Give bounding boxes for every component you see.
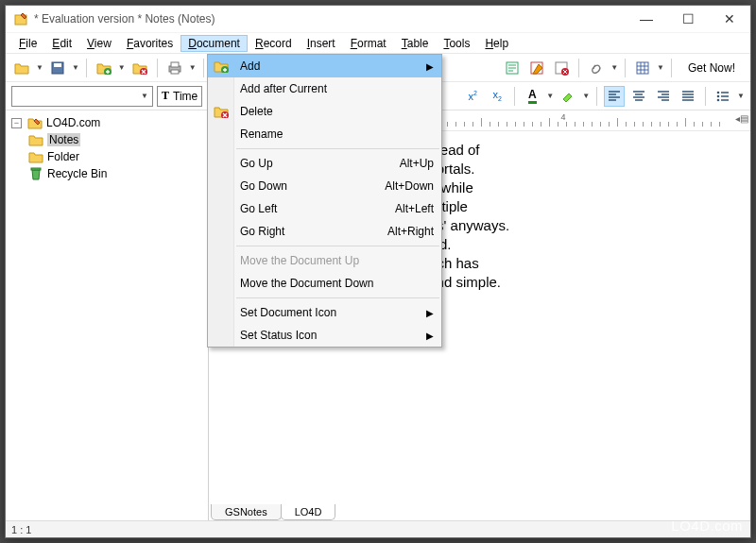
menu-item-go-down[interactable]: Go DownAlt+Down [208, 175, 441, 197]
collapse-icon[interactable]: − [11, 118, 22, 128]
note-icon [28, 132, 43, 147]
dropdown-arrow-icon[interactable]: ▼ [737, 92, 745, 100]
menu-tools[interactable]: Tools [436, 35, 477, 52]
tree-item-notes[interactable]: Notes [8, 131, 206, 148]
attach-icon[interactable] [586, 58, 607, 78]
menu-separator [236, 297, 439, 298]
shortcut: Alt+Right [387, 225, 434, 238]
dropdown-arrow-icon[interactable]: ▼ [189, 63, 197, 72]
maximize-button[interactable]: ☐ [667, 6, 709, 32]
tree-item-folder[interactable]: Folder [8, 148, 206, 165]
add-icon [213, 58, 230, 75]
save-icon[interactable] [47, 58, 68, 78]
align-center-icon[interactable] [628, 86, 649, 107]
document-menu-popup: Add▶Add after CurrentDeleteRenameGo UpAl… [207, 54, 442, 348]
svg-rect-12 [637, 62, 648, 74]
minimize-button[interactable]: ― [626, 6, 667, 32]
delete-icon [213, 103, 230, 120]
font-color-icon[interactable]: A [522, 86, 542, 107]
root-icon [27, 115, 43, 130]
menu-item-rename[interactable]: Rename [208, 123, 441, 145]
menu-table[interactable]: Table [394, 35, 437, 52]
statusbar: 1 : 1 [6, 520, 750, 537]
menu-item-delete[interactable]: Delete [208, 100, 441, 123]
folder-icon [28, 149, 43, 164]
tab-lo4d[interactable]: LO4D [281, 504, 336, 520]
dropdown-arrow-icon[interactable]: ▼ [118, 63, 126, 72]
svg-point-15 [717, 98, 720, 101]
dropdown-arrow-icon[interactable]: ▼ [36, 63, 43, 72]
window-title: * Evaluation version * Notes (Notes) [34, 12, 626, 25]
document-tabs: GSNotesLO4D [211, 501, 335, 520]
dropdown-arrow-icon[interactable]: ▼ [582, 92, 590, 100]
table-icon[interactable] [632, 58, 653, 78]
open-icon[interactable] [11, 58, 32, 78]
form-delete-icon[interactable] [551, 58, 572, 78]
align-left-icon[interactable] [604, 86, 625, 107]
svg-rect-7 [171, 70, 179, 74]
subscript-icon[interactable]: x2 [487, 86, 507, 107]
menu-document[interactable]: Document [180, 35, 248, 52]
svg-rect-2 [54, 63, 61, 67]
close-button[interactable]: ✕ [709, 6, 750, 32]
watermark: LO4D.com [671, 518, 743, 534]
dropdown-arrow-icon[interactable]: ▼ [610, 63, 618, 72]
menu-record[interactable]: Record [248, 35, 300, 52]
tree-item-recycle-bin[interactable]: Recycle Bin [8, 165, 206, 182]
shortcut: Alt+Down [385, 179, 434, 193]
menu-item-add-after-current[interactable]: Add after Current [208, 77, 441, 100]
folder-delete-icon[interactable] [129, 58, 150, 78]
style-combo[interactable]: ▼ [11, 86, 153, 107]
svg-point-14 [717, 94, 720, 97]
menu-help[interactable]: Help [477, 35, 516, 52]
app-icon [13, 11, 28, 26]
get-now-button[interactable]: Get Now! [679, 61, 745, 75]
tree-pane: − LO4D.com NotesFolderRecycle Bin [6, 110, 209, 520]
shortcut: Alt+Left [395, 202, 434, 215]
menu-item-move-the-document-down[interactable]: Move the Document Down [208, 272, 441, 295]
ruler-end-icon[interactable]: ◂▤ [735, 113, 748, 124]
dropdown-arrow-icon[interactable]: ▼ [657, 63, 664, 72]
align-justify-icon[interactable] [678, 86, 698, 107]
submenu-arrow-icon: ▶ [426, 61, 434, 72]
menu-format[interactable]: Format [343, 35, 394, 52]
tree-root-label: LO4D.com [46, 116, 100, 129]
menu-separator [236, 246, 439, 246]
dropdown-arrow-icon[interactable]: ▼ [546, 92, 554, 100]
form-edit-icon[interactable] [526, 58, 547, 78]
form-icon[interactable] [502, 58, 523, 78]
recycle-icon [28, 166, 43, 181]
cursor-position: 1 : 1 [11, 524, 31, 535]
menu-view[interactable]: View [79, 35, 119, 52]
menu-item-move-the-document-up: Move the Document Up [208, 249, 441, 272]
app-window: * Evaluation version * Notes (Notes) ― ☐… [5, 5, 751, 538]
print-icon[interactable] [164, 58, 185, 78]
menu-item-add[interactable]: Add▶ [208, 55, 441, 77]
superscript-icon[interactable]: x2 [462, 86, 483, 107]
font-name: Time [173, 90, 198, 103]
svg-rect-6 [171, 62, 179, 67]
menu-favorites[interactable]: Favorites [119, 35, 180, 52]
bullet-list-icon[interactable] [713, 86, 733, 107]
highlight-icon[interactable] [558, 86, 578, 107]
tree-root[interactable]: − LO4D.com [8, 114, 206, 131]
ruler-number: 4 [560, 112, 565, 122]
font-combo[interactable]: TTime [157, 86, 202, 107]
menu-item-go-right[interactable]: Go RightAlt+Right [208, 220, 441, 243]
menu-file[interactable]: File [11, 35, 44, 52]
menu-item-go-up[interactable]: Go UpAlt+Up [208, 152, 441, 175]
titlebar: * Evaluation version * Notes (Notes) ― ☐… [6, 6, 750, 32]
tab-gsnotes[interactable]: GSNotes [211, 504, 282, 520]
menu-insert[interactable]: Insert [300, 35, 343, 52]
shortcut: Alt+Up [400, 157, 434, 170]
menu-item-set-document-icon[interactable]: Set Document Icon▶ [208, 301, 441, 324]
submenu-arrow-icon: ▶ [426, 331, 434, 341]
align-right-icon[interactable] [653, 86, 674, 107]
menu-item-set-status-icon[interactable]: Set Status Icon▶ [208, 324, 441, 347]
folder-add-icon[interactable] [94, 58, 114, 78]
svg-point-13 [717, 91, 720, 93]
menu-edit[interactable]: Edit [44, 35, 79, 52]
menubar: FileEditViewFavoritesDocumentRecordInser… [6, 32, 750, 53]
dropdown-arrow-icon[interactable]: ▼ [72, 63, 79, 72]
menu-item-go-left[interactable]: Go LeftAlt+Left [208, 197, 441, 220]
